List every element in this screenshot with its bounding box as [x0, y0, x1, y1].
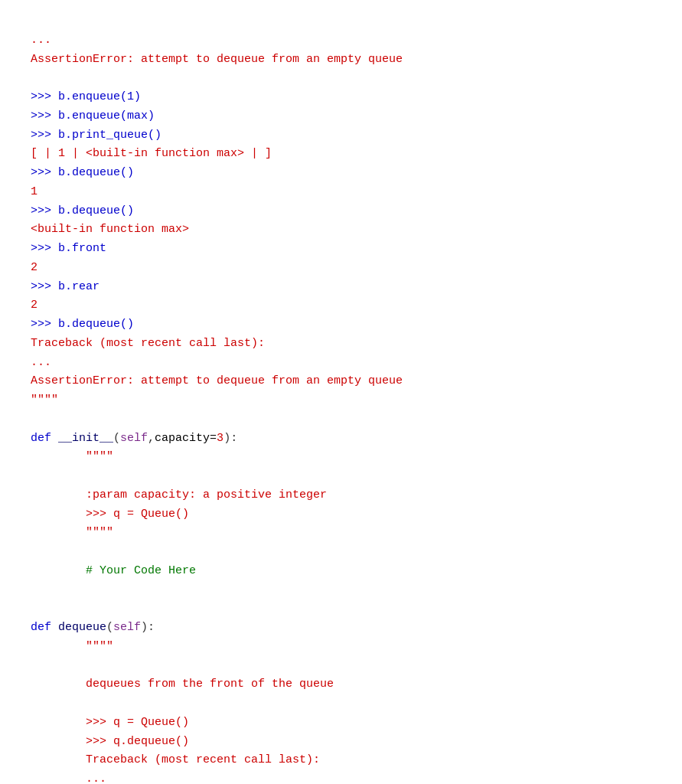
line-14: >>> b.rear [31, 280, 100, 293]
line-8: >>> b.dequeue() [31, 166, 134, 179]
line-10: >>> b.dequeue() [31, 204, 134, 217]
line-11: <built-in function max> [31, 223, 189, 236]
docstring-body-7: ... [31, 773, 106, 784]
line-6: >>> b.print_queue() [31, 129, 162, 142]
line-5: >>> b.enqueue(max) [31, 109, 155, 122]
line-19: AssertionError: attempt to dequeue from … [31, 374, 403, 387]
line-15: 2 [31, 299, 38, 312]
line-2: AssertionError: attempt to dequeue from … [31, 53, 403, 66]
line-7: [ | 1 | <built-in function max> | ] [31, 147, 272, 160]
docstring-open-2: """" [31, 640, 113, 653]
docstring-close-1: """" [31, 526, 113, 539]
line-1: ... [31, 34, 51, 47]
line-16: >>> b.dequeue() [31, 318, 134, 331]
docstring-body-2: >>> q = Queue() [31, 508, 189, 521]
line-12: >>> b.front [31, 242, 106, 255]
docstring-open-1: """" [31, 450, 113, 463]
code-display: ... AssertionError: attempt to dequeue f… [31, 12, 651, 784]
docstring-body-3: dequeues from the front of the queue [31, 678, 334, 691]
line-17: Traceback (most recent call last): [31, 337, 265, 350]
comment-your-code: # Your Code Here [31, 564, 196, 577]
docstring-body-5: >>> q.dequeue() [31, 735, 189, 748]
def-init-line: def __init__(self,capacity=3): [31, 432, 237, 445]
line-4: >>> b.enqueue(1) [31, 90, 141, 103]
line-20: """" [31, 394, 58, 407]
line-9: 1 [31, 185, 38, 198]
def-dequeue-line: def dequeue(self): [31, 621, 155, 634]
line-18: ... [31, 356, 51, 369]
line-13: 2 [31, 261, 38, 274]
docstring-body-1: :param capacity: a positive integer [31, 488, 327, 501]
docstring-body-6: Traceback (most recent call last): [31, 753, 320, 766]
docstring-body-4: >>> q = Queue() [31, 716, 189, 729]
